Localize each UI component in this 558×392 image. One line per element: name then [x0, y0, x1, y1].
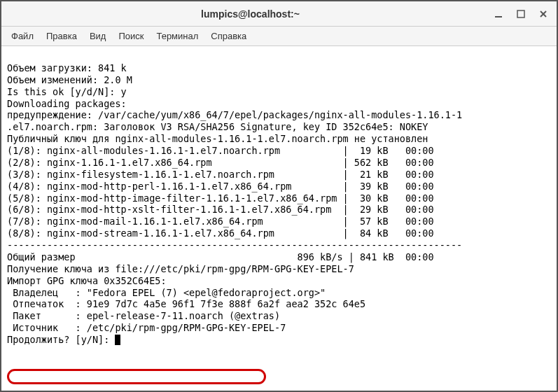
highlight-annotation [7, 369, 266, 384]
terminal-line: (6/8): nginx-mod-http-xslt-filter-1.16.1… [7, 204, 434, 215]
terminal-line: Is this ok [y/d/N]: y [7, 86, 127, 97]
terminal-prompt: Продолжить? [y/N]: [7, 334, 115, 345]
terminal-line: (3/8): nginx-filesystem-1.16.1-1.el7.noa… [7, 169, 434, 180]
svg-rect-1 [517, 10, 524, 18]
window-title: lumpics@localhost:~ [8, 8, 492, 20]
window-titlebar: lumpics@localhost:~ [1, 1, 557, 27]
menubar: Файл Правка Вид Поиск Терминал Справка [1, 27, 557, 46]
terminal-line: Публичный ключ для nginx-all-modules-1.1… [7, 133, 428, 144]
terminal-line: ----------------------------------------… [7, 239, 462, 251]
menu-view[interactable]: Вид [84, 29, 112, 43]
terminal-line: (4/8): nginx-mod-http-perl-1.16.1-1.el7.… [7, 181, 434, 192]
terminal-line: Владелец : "Fedora EPEL (7) <epel@fedora… [7, 287, 326, 298]
window-controls [492, 8, 550, 20]
menu-edit[interactable]: Правка [41, 29, 83, 43]
terminal-line: (1/8): nginx-all-modules-1.16.1-1.el7.no… [7, 145, 434, 156]
minimize-button[interactable] [492, 8, 505, 20]
terminal-line: (8/8): nginx-mod-stream-1.16.1-1.el7.x86… [7, 227, 434, 239]
menu-terminal[interactable]: Терминал [151, 29, 204, 43]
terminal-line: (5/8): nginx-mod-http-image-filter-1.16.… [7, 192, 434, 204]
menu-search[interactable]: Поиск [113, 29, 149, 43]
maximize-button[interactable] [515, 8, 527, 20]
terminal-line: Импорт GPG ключа 0x352C64E5: [7, 275, 167, 286]
menu-file[interactable]: Файл [6, 29, 39, 43]
terminal-line: Объем изменений: 2.0 M [7, 74, 132, 85]
terminal-cursor [115, 335, 120, 345]
terminal-line: Пакет : epel-release-7-11.noarch (@extra… [7, 310, 280, 321]
terminal-line: Общий размер 896 kB/s | 841 kB 00:00 [7, 251, 434, 262]
terminal-line: Источник : /etc/pki/rpm-gpg/RPM-GPG-KEY-… [7, 322, 286, 333]
terminal-line: Получение ключа из file:///etc/pki/rpm-g… [7, 263, 354, 274]
terminal-line: Объем загрузки: 841 k [7, 62, 127, 74]
terminal-line: (7/8): nginx-mod-mail-1.16.1-1.el7.x86_6… [7, 216, 434, 227]
terminal-line: Downloading packages: [7, 98, 127, 109]
terminal-line: Отпечаток : 91e9 7d7c 4a5e 96f1 7f3e 888… [7, 298, 365, 309]
terminal-output[interactable]: Объем загрузки: 841 k Объем изменений: 2… [1, 46, 557, 391]
terminal-line: .el7.noarch.rpm: Заголовок V3 RSA/SHA256… [7, 121, 428, 132]
terminal-line: (2/8): nginx-1.16.1-1.el7.x86_64.rpm | 5… [7, 157, 434, 168]
close-button[interactable] [537, 8, 550, 20]
menu-help[interactable]: Справка [205, 29, 252, 43]
terminal-line: предупреждение: /var/cache/yum/x86_64/7/… [7, 109, 462, 120]
